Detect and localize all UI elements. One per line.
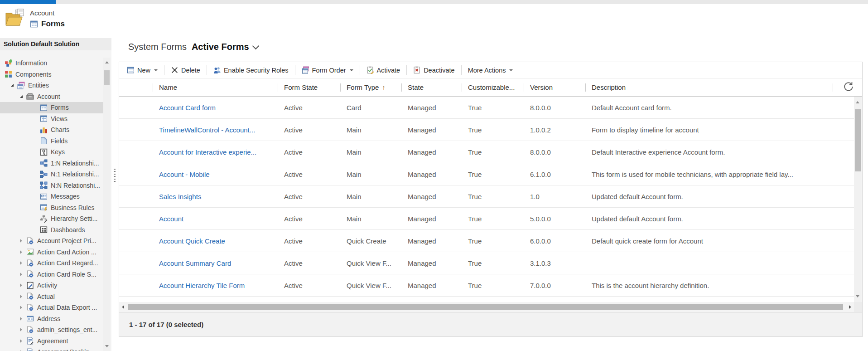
table-row[interactable]: Account Quick CreateActiveQuick CreateMa… [119, 230, 854, 252]
scrollbar-thumb[interactable] [855, 109, 861, 171]
table-row[interactable]: TimelineWallControl - Account...ActiveMa… [119, 119, 854, 141]
sidebar-item-agreement-bookin[interactable]: Agreement Bookin... [0, 346, 103, 351]
cell-state: Managed [401, 193, 462, 200]
delete-button[interactable]: Delete [168, 65, 203, 75]
tree-collapsed-icon[interactable] [20, 250, 26, 254]
tree-collapsed-icon[interactable] [20, 283, 26, 287]
form-link[interactable]: Account [159, 215, 183, 223]
sidebar-item-actual-data-export[interactable]: Actual Data Export ... [0, 302, 103, 313]
cell-version: 6.0.0.0 [524, 237, 585, 245]
form-link[interactable]: Account - Mobile [159, 171, 210, 178]
scrollbar-thumb[interactable] [104, 70, 110, 85]
sidebar-item-actual[interactable]: Actual [0, 291, 103, 302]
column-header-description[interactable]: Description [585, 78, 833, 96]
tree-collapsed-icon[interactable] [20, 261, 26, 265]
scrollbar-thumb[interactable] [128, 304, 843, 310]
sidebar-item-charts[interactable]: Charts [0, 124, 103, 136]
tree-collapsed-icon[interactable] [20, 273, 26, 276]
tree-expanded-icon[interactable] [20, 95, 26, 98]
tree-collapsed-icon[interactable] [20, 328, 26, 332]
sidebar-item-hierarchy-setti[interactable]: Hierarchy Setti... [0, 213, 103, 224]
sidebar-item-dashboards[interactable]: Dashboards [0, 224, 103, 236]
table-row[interactable]: Account Summary CardActiveQuick View F..… [119, 252, 854, 274]
enable-security-roles-button[interactable]: Enable Security Roles [210, 65, 292, 75]
sidebar-item-messages[interactable]: Messages [0, 191, 103, 202]
sidebar-splitter-handle[interactable] [114, 169, 116, 182]
tree-collapsed-icon[interactable] [20, 306, 26, 309]
tree-collapsed-icon[interactable] [20, 295, 26, 298]
sidebar-item-label: Components [15, 71, 51, 78]
cell-description: This form is used for mobile technicians… [585, 171, 833, 178]
table-row[interactable]: Sales InsightsActiveMainManagedTrue1.0Up… [119, 185, 854, 208]
grid-horizontal-scrollbar[interactable] [119, 302, 854, 312]
form-link[interactable]: Sales Insights [159, 193, 201, 200]
cell-form_type: Main [340, 171, 401, 178]
table-row[interactable]: Account Hierarchy Tile FormActiveQuick V… [119, 274, 854, 297]
sidebar-item-forms[interactable]: Forms [0, 102, 103, 113]
header-gutter [119, 78, 153, 96]
scroll-left-icon[interactable] [122, 305, 124, 309]
scroll-up-icon[interactable] [105, 61, 109, 63]
view-selector[interactable]: Active Forms [192, 42, 258, 52]
scroll-right-icon[interactable] [849, 305, 851, 309]
sidebar-tree: InformationComponentsEntitiesAccountForm… [0, 58, 103, 351]
new-button[interactable]: New [124, 65, 161, 75]
form-link[interactable]: Account Quick Create [159, 237, 225, 245]
column-header-state[interactable]: State [401, 78, 462, 96]
sidebar-item-address[interactable]: Address [0, 313, 103, 325]
sidebar-item-components[interactable]: Components [0, 69, 103, 80]
form-link[interactable]: Account for Interactive experie... [159, 148, 256, 156]
table-row[interactable]: AccountActiveMainManagedTrue5.0.0.0Updat… [119, 208, 854, 230]
deactivate-icon [413, 66, 421, 74]
more-actions-button[interactable]: More Actions [465, 65, 516, 75]
column-header-form-state[interactable]: Form State [278, 78, 340, 96]
table-row[interactable]: Account for Interactive experie...Active… [119, 141, 854, 163]
sidebar-item-action-card-role-s[interactable]: Action Card Role S... [0, 269, 103, 280]
sidebar-item-n-n-relationshi[interactable]: N:N Relationshi... [0, 180, 103, 191]
column-header-name[interactable]: Name [153, 78, 278, 96]
tree-expanded-icon[interactable] [11, 84, 17, 87]
scroll-down-icon[interactable] [856, 295, 859, 297]
sidebar-vertical-scrollbar[interactable] [103, 58, 111, 351]
sidebar-item-information[interactable]: Information [0, 58, 103, 69]
tree-collapsed-icon[interactable] [20, 239, 26, 243]
activity-icon [26, 282, 34, 289]
sidebar-item-account[interactable]: Account [0, 91, 103, 102]
tree-collapsed-icon[interactable] [20, 317, 26, 321]
tree-collapsed-icon[interactable] [20, 339, 26, 343]
form-order-button[interactable]: Form Order [299, 65, 357, 75]
sidebar-item-action-card-action[interactable]: Action Card Action ... [0, 247, 103, 258]
form-link[interactable]: TimelineWallControl - Account... [159, 126, 255, 134]
scroll-down-icon[interactable] [105, 345, 109, 347]
refresh-button[interactable] [842, 81, 855, 93]
form-link[interactable]: Account Summary Card [159, 259, 231, 267]
sidebar-item-admin-settings-ent[interactable]: admin_settings_ent... [0, 324, 103, 336]
cell-description: Form to display timeline for account [585, 126, 833, 134]
grid-vertical-scrollbar[interactable] [854, 97, 862, 302]
activate-button[interactable]: Activate [363, 65, 404, 75]
cell-form_type: Quick View F... [340, 282, 401, 289]
sidebar-item-business-rules[interactable]: Business Rules [0, 202, 103, 214]
column-header-form-type[interactable]: Form Type↑ [340, 78, 401, 96]
cell-name: Account - Mobile [153, 171, 278, 178]
sidebar-item-n-1-relationshi[interactable]: N:1 Relationshi... [0, 169, 103, 180]
column-header-version[interactable]: Version [524, 78, 585, 96]
column-header-customizable[interactable]: Customizable... [462, 78, 524, 96]
sidebar-item-views[interactable]: Views [0, 113, 103, 125]
scroll-up-icon[interactable] [856, 101, 859, 103]
table-row[interactable]: Account - MobileActiveMainManagedTrue6.1… [119, 163, 854, 185]
cell-description: Default quick create form for Account [585, 237, 833, 245]
sidebar-item-agreement[interactable]: Agreement [0, 336, 103, 347]
sidebar-item-activity[interactable]: Activity [0, 280, 103, 291]
form-link[interactable]: Account Card form [159, 104, 216, 112]
sidebar-item-action-card-regard[interactable]: Action Card Regard... [0, 258, 103, 269]
charts-icon [40, 126, 48, 134]
sidebar-item-1-n-relationshi[interactable]: 1:N Relationshi... [0, 158, 103, 169]
deactivate-button[interactable]: Deactivate [410, 65, 458, 75]
form-link[interactable]: Account Hierarchy Tile Form [159, 282, 245, 289]
sidebar-item-account-project-pri[interactable]: Account Project Pri... [0, 235, 103, 247]
table-row[interactable]: Account Card formActiveCardManagedTrue8.… [119, 97, 854, 119]
sidebar-item-keys[interactable]: Keys [0, 146, 103, 158]
sidebar-item-entities[interactable]: Entities [0, 80, 103, 91]
sidebar-item-fields[interactable]: Fields [0, 136, 103, 147]
